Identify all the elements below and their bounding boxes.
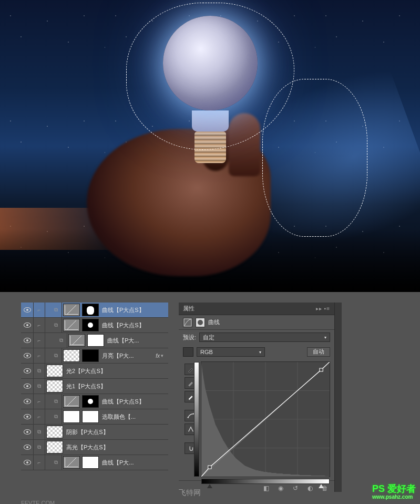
scrollbar[interactable] xyxy=(334,303,342,492)
preset-row: 预设: 自定 ▾ xyxy=(179,330,334,345)
layer-thumbnail[interactable] xyxy=(63,304,80,316)
layer-thumbnail[interactable] xyxy=(82,410,99,423)
visibility-toggle[interactable] xyxy=(21,394,34,409)
link-icon: ⧉ xyxy=(34,379,45,394)
link-icon: ⧉ xyxy=(50,318,62,332)
link-icon: ⧉ xyxy=(34,425,45,439)
adjustment-name: 曲线 xyxy=(208,318,220,326)
reset-icon[interactable]: ↺ xyxy=(290,483,301,493)
clip-to-layer-icon[interactable]: ◧ xyxy=(261,483,271,493)
link-icon: ⧉ xyxy=(56,333,67,348)
clip-indicator: ⌐ xyxy=(34,409,45,424)
visibility-toggle[interactable] xyxy=(21,348,34,363)
layer-thumbnail[interactable] xyxy=(46,380,63,392)
layers-panel[interactable]: ⌐⧉曲线【P大点S】⌐⧉曲线【P大点S】⌐⧉曲线【P大...⌐⧉月亮【P大...… xyxy=(21,303,168,492)
visibility-toggle[interactable] xyxy=(21,409,34,424)
layer-thumbnail[interactable] xyxy=(82,456,99,469)
layer-thumbnail[interactable] xyxy=(63,319,80,331)
link-icon: ⧉ xyxy=(50,303,62,317)
properties-panel-header: 属性 ▸▸ ▪≡ xyxy=(179,303,334,315)
layer-name: 曲线【P大点S】 xyxy=(100,398,168,406)
layer-row[interactable]: ⌐⧉曲线【P大... xyxy=(21,455,168,470)
layer-thumbnail[interactable] xyxy=(68,334,85,347)
panel-menu-icon[interactable]: ▸▸ ▪≡ xyxy=(316,306,330,311)
link-icon: ⧉ xyxy=(50,348,62,363)
layer-row[interactable]: ⌐⧉曲线【P大点S】 xyxy=(21,318,168,333)
toggle-visibility-icon[interactable]: ◐ xyxy=(305,483,315,493)
layer-name: 月亮【P大... xyxy=(100,352,156,360)
visibility-toggle[interactable] xyxy=(21,303,34,317)
visibility-toggle[interactable] xyxy=(21,440,34,455)
clip-indicator: ⌐ xyxy=(34,318,45,332)
layer-name: 阴影【P大点S】 xyxy=(64,428,168,436)
layer-row[interactable]: ⧉光1【P大点S】 xyxy=(21,379,168,394)
target-adjustment-icon[interactable] xyxy=(183,347,193,357)
chevron-down-icon: ▾ xyxy=(324,335,326,340)
layer-thumbnail[interactable] xyxy=(87,334,104,347)
layer-row[interactable]: ⌐⧉月亮【P大...fx▾ xyxy=(21,348,168,364)
lightbulb xyxy=(163,16,258,163)
layer-thumbnail[interactable] xyxy=(63,456,80,469)
link-icon: ⧉ xyxy=(34,364,45,378)
link-icon: ⧉ xyxy=(34,440,45,455)
document-canvas[interactable] xyxy=(0,0,420,292)
layer-thumbnail[interactable] xyxy=(46,441,63,453)
layer-row[interactable]: ⧉高光【P大点S】 xyxy=(21,440,168,455)
layer-row[interactable]: ⌐⧉曲线【P大... xyxy=(21,333,168,348)
layer-thumbnail[interactable] xyxy=(82,395,99,408)
clip-indicator: ⌐ xyxy=(34,348,45,363)
layer-thumbnail[interactable] xyxy=(63,349,80,362)
properties-panel[interactable]: 属性 ▸▸ ▪≡ 曲线 预设: 自定 ▾ RGB ▾ 自动 xyxy=(179,303,342,492)
view-previous-icon[interactable]: ◉ xyxy=(275,483,286,493)
clip-indicator: ⌐ xyxy=(34,333,45,348)
layer-thumbnail[interactable] xyxy=(82,304,99,316)
layer-thumbnail[interactable] xyxy=(63,410,80,423)
svg-point-1 xyxy=(198,320,203,325)
layer-thumbnail[interactable] xyxy=(82,319,99,331)
curves-adjustment-icon xyxy=(183,318,192,327)
auto-button[interactable]: 自动 xyxy=(307,347,330,357)
panel-title: 属性 xyxy=(183,305,194,313)
layer-name: 高光【P大点S】 xyxy=(64,443,168,451)
visibility-toggle[interactable] xyxy=(21,379,34,394)
channel-dropdown[interactable]: RGB ▾ xyxy=(197,347,265,357)
white-point-slider[interactable] xyxy=(319,484,324,488)
link-icon: ⧉ xyxy=(50,409,62,424)
mask-icon xyxy=(196,318,205,327)
svg-point-2 xyxy=(187,417,189,418)
layer-name: 光2【P大点S】 xyxy=(64,367,168,375)
layer-row[interactable]: ⧉阴影【P大点S】 xyxy=(21,425,168,440)
layer-thumbnail[interactable] xyxy=(63,395,80,408)
black-point-slider[interactable] xyxy=(207,484,212,488)
layer-row[interactable]: ⧉光2【P大点S】 xyxy=(21,364,168,379)
layer-name: 选取颜色【... xyxy=(100,413,168,421)
layer-row[interactable]: ⌐⧉选取颜色【... xyxy=(21,409,168,425)
preset-dropdown[interactable]: 自定 ▾ xyxy=(199,332,330,342)
svg-rect-15 xyxy=(320,368,323,371)
visibility-toggle[interactable] xyxy=(21,425,34,439)
visibility-toggle[interactable] xyxy=(21,333,34,348)
layer-thumbnail[interactable] xyxy=(82,349,99,362)
layer-name: 曲线【P大... xyxy=(100,459,168,467)
layer-row[interactable]: ⌐⧉曲线【P大点S】 xyxy=(21,394,168,409)
svg-rect-14 xyxy=(208,466,211,469)
clip-indicator: ⌐ xyxy=(34,394,45,409)
visibility-toggle[interactable] xyxy=(21,318,34,332)
link-icon: ⧉ xyxy=(50,455,62,470)
chevron-down-icon[interactable]: ▾ xyxy=(161,353,168,358)
preset-label: 预设: xyxy=(183,334,196,341)
layer-name: 曲线【P大点S】 xyxy=(100,306,168,314)
channel-row: RGB ▾ 自动 xyxy=(179,345,334,359)
layer-name: 光1【P大点S】 xyxy=(64,382,168,390)
watermark-center: 飞特网 xyxy=(179,488,201,498)
layer-row[interactable]: ⌐⧉曲线【P大点S】 xyxy=(21,303,168,318)
layer-thumbnail[interactable] xyxy=(46,426,63,438)
visibility-toggle[interactable] xyxy=(21,364,34,378)
curves-graph[interactable] xyxy=(201,361,330,477)
adjustment-type-row: 曲线 xyxy=(179,315,334,330)
fx-badge[interactable]: fx xyxy=(156,353,160,359)
visibility-toggle[interactable] xyxy=(21,455,34,470)
watermark-right: PS 爱好者 www.psahz.com xyxy=(372,482,416,500)
clip-indicator: ⌐ xyxy=(34,303,45,317)
layer-thumbnail[interactable] xyxy=(46,365,63,377)
